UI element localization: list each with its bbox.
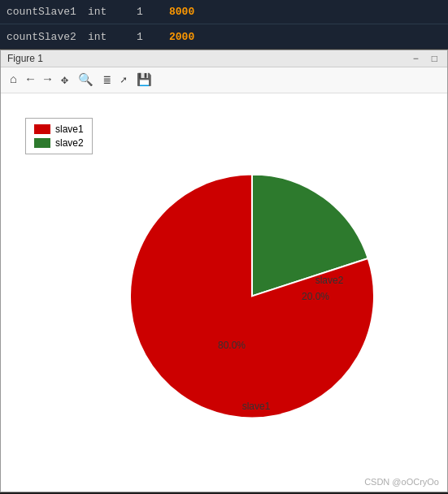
legend-item-slave1: slave1 [34,124,84,135]
pie-chart: slave1 slave2 80.0% 20.0% [114,158,390,434]
legend-label-slave2: slave2 [55,137,84,149]
slice-label-slave2: slave2 [315,275,343,286]
slice-label-slave1: slave1 [241,401,270,412]
var-value-1: 8000 [169,6,194,18]
save-button[interactable]: 💾 [134,71,154,89]
figure-toolbar: ⌂ ← → ✥ 🔍 ≣ ➚ 💾 [1,67,447,93]
legend-color-slave2 [34,138,50,148]
legend-label-slave1: slave1 [55,124,84,135]
zoom-button[interactable]: 🔍 [76,71,96,89]
slice-percent-slave2: 20.0% [301,291,328,302]
pie-chart-container: slave1 slave2 80.0% 20.0% [114,158,390,438]
chart-legend: slave1 slave2 [25,118,93,154]
forward-button[interactable]: → [41,72,54,89]
data-table: countSlave1 int 1 8000 countSlave2 int 1… [0,0,448,50]
minimize-button[interactable]: − [410,53,422,64]
maximize-button[interactable]: □ [428,53,441,64]
legend-item-slave2: slave2 [34,137,84,149]
var-type-2: int [88,31,137,43]
var-num-1: 1 [137,6,169,18]
settings-button[interactable]: ≣ [101,71,113,89]
figure-titlebar: Figure 1 − □ [1,50,447,67]
legend-color-slave1 [34,124,50,134]
home-button[interactable]: ⌂ [7,72,20,89]
figure-title-area: Figure 1 [7,53,43,64]
figure-window-controls: − □ [410,53,441,64]
var-name-2: countSlave2 [7,31,88,43]
slice-percent-slave1: 80.0% [217,340,245,351]
table-row: countSlave2 int 1 2000 [0,24,448,49]
chart-area: slave1 slave2 slave1 slave2 [1,93,447,492]
watermark: CSDN @oOCryOo [364,477,439,487]
var-name-1: countSlave1 [7,6,88,18]
var-value-2: 2000 [169,31,194,43]
var-num-2: 1 [137,31,169,43]
back-button[interactable]: ← [24,72,37,89]
table-row: countSlave1 int 1 8000 [0,0,448,24]
figure-title: Figure 1 [7,53,43,64]
line-button[interactable]: ➚ [118,72,129,89]
var-type-1: int [88,6,137,18]
figure-window: Figure 1 − □ ⌂ ← → ✥ 🔍 ≣ ➚ 💾 slave1 slav… [0,50,448,492]
pan-button[interactable]: ✥ [59,71,71,89]
